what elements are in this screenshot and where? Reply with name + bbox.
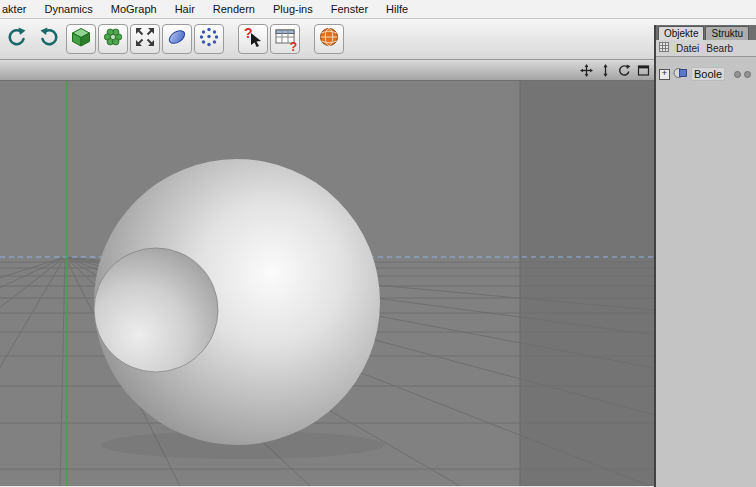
cinema4d-window: akter Dynamics MoGraph Hair Rendern Plug… xyxy=(0,0,756,487)
redo-icon xyxy=(37,25,61,53)
menu-item-plugins[interactable]: Plug-ins xyxy=(264,3,322,15)
toolbar-separator xyxy=(302,24,314,54)
boole-object-icon xyxy=(673,66,688,82)
context-help-button[interactable]: ? xyxy=(238,24,268,54)
viewport-rotate-control[interactable] xyxy=(617,63,632,78)
menu-item-rendern[interactable]: Rendern xyxy=(204,3,264,15)
boole-cut-cavity[interactable] xyxy=(94,248,218,372)
object-tree: + Boole xyxy=(656,57,756,83)
viewport-pan-control[interactable] xyxy=(579,63,594,78)
menu-item-charakter[interactable]: akter xyxy=(0,3,35,15)
toolbar: ? ? xyxy=(0,19,756,60)
object-row-boole: + Boole xyxy=(656,65,756,83)
undo-button[interactable] xyxy=(2,24,32,54)
viewport-maximize-control[interactable] xyxy=(636,63,651,78)
redo-button[interactable] xyxy=(34,24,64,54)
cursor-arrow-icon xyxy=(250,33,263,51)
panel-grid-icon xyxy=(659,42,669,54)
online-updater-button[interactable] xyxy=(314,24,344,54)
viewport-panel xyxy=(0,60,656,487)
render-visibility-dot[interactable] xyxy=(744,71,751,78)
expand-arrows-icon xyxy=(133,25,157,53)
wall-band xyxy=(520,81,656,486)
panel-tab-bar: Objekte Struktu xyxy=(656,25,756,40)
viewport-canvas[interactable] xyxy=(0,81,656,486)
panel-menu-bar: Datei Bearb xyxy=(656,40,756,57)
cube-icon xyxy=(69,25,93,53)
content-browser-button[interactable]: ? xyxy=(270,24,300,54)
menu-item-fenster[interactable]: Fenster xyxy=(322,3,377,15)
tab-struktur[interactable]: Struktu xyxy=(705,26,749,40)
cube-primitive-button[interactable] xyxy=(66,24,96,54)
expand-toggle[interactable]: + xyxy=(659,69,670,80)
toolbar-separator xyxy=(226,24,238,54)
menu-item-hilfe[interactable]: Hilfe xyxy=(377,3,417,15)
tab-objekte[interactable]: Objekte xyxy=(658,26,704,40)
menu-item-hair[interactable]: Hair xyxy=(166,3,204,15)
editor-visibility-dot[interactable] xyxy=(734,71,741,78)
panel-menu-datei[interactable]: Datei xyxy=(676,43,699,54)
object-name-boole[interactable]: Boole xyxy=(691,67,725,81)
point-cloud-button[interactable] xyxy=(194,24,224,54)
menu-item-dynamics[interactable]: Dynamics xyxy=(35,3,101,15)
mograph-flower-button[interactable] xyxy=(98,24,128,54)
viewport-header xyxy=(0,60,656,81)
object-manager-panel: Objekte Struktu Datei Bearb + xyxy=(654,25,756,487)
panel-menu-bearbeiten[interactable]: Bearb xyxy=(706,43,733,54)
point-cloud-icon xyxy=(197,25,221,53)
visibility-dots xyxy=(734,71,756,78)
menu-item-mograph[interactable]: MoGraph xyxy=(102,3,166,15)
globe-icon xyxy=(317,25,341,53)
browser-question-glyph: ? xyxy=(290,40,297,54)
spline-pen-button[interactable] xyxy=(162,24,192,54)
spline-pen-icon xyxy=(165,25,189,53)
flower-icon xyxy=(101,25,125,53)
menu-bar: akter Dynamics MoGraph Hair Rendern Plug… xyxy=(0,0,756,19)
viewport-dolly-control[interactable] xyxy=(598,63,613,78)
undo-icon xyxy=(5,25,29,53)
expand-arrows-button[interactable] xyxy=(130,24,160,54)
